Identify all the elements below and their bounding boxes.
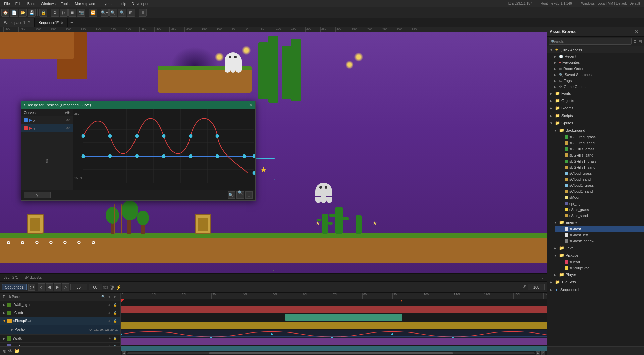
sprite-sheart[interactable]: sHeart — [555, 259, 644, 265]
track-lane-swalk[interactable] — [121, 338, 547, 345]
sprite-sprbg[interactable]: spr_bg — [555, 201, 644, 207]
toolbar-screenshot[interactable]: 📷 — [77, 9, 85, 17]
curve-titlebar[interactable]: sPickupStar: Position (Embedded Curve) ✕ — [21, 101, 255, 109]
track-eye-sclimb[interactable]: 👁 — [106, 310, 112, 316]
toolbar-zoom-in[interactable]: 🔍+ — [101, 9, 109, 17]
fps-display[interactable]: 60 — [89, 284, 102, 290]
folder-pickups[interactable]: ▼ 📁 Pickups — [551, 252, 644, 259]
track-expand-spickupstar[interactable]: ▼ — [3, 319, 6, 323]
sprite-sbghills-sand[interactable]: sBGHills_sand — [555, 152, 644, 158]
tab-workspace1[interactable]: Workspace 1 ✕ — [0, 18, 35, 27]
tl-prev-frame[interactable]: ◀ — [46, 283, 53, 291]
asset-grid-btn[interactable]: ⊞ — [638, 39, 642, 44]
quick-access-game-options[interactable]: ▶ ⚙ Game Options — [547, 84, 644, 90]
toolbar-open[interactable]: 📂 — [19, 9, 27, 17]
tab-sequence1[interactable]: Sequence1* ✕ — [35, 18, 68, 27]
tl-broadcast-btn[interactable]: @ — [109, 284, 114, 290]
menu-file[interactable]: File — [1, 0, 13, 7]
sprite-sghost[interactable]: sGhost — [555, 226, 644, 232]
curve-zoom-out-btn[interactable]: 🔍- — [228, 191, 235, 199]
sprite-sstar-sand[interactable]: sStar_sand — [555, 213, 644, 219]
toolbar-zoom-out[interactable]: 🔍- — [109, 9, 117, 17]
toolbar-zoom-fit[interactable]: 🔍 — [118, 9, 126, 17]
menu-edit[interactable]: Edit — [13, 0, 24, 7]
tl-scroll-right[interactable]: ▶ — [536, 351, 540, 355]
track-toggle-btn[interactable]: 👁 — [8, 348, 13, 354]
curve-channel-x[interactable]: ▶ x 👁 — [21, 116, 73, 124]
track-row-swalk-right[interactable]: ▶ sWalk_right 👁 🔓 — [0, 301, 120, 309]
sprite-sstar-grass[interactable]: sStar_grass — [555, 207, 644, 213]
current-frame-display[interactable]: 93 — [70, 284, 87, 290]
folder-sprites[interactable]: ▼ 📁 Sprites — [547, 119, 644, 127]
asset-browser-close[interactable]: ✕ — [635, 29, 639, 34]
menu-build[interactable]: Build — [24, 0, 38, 7]
sprite-spickupstar[interactable]: sPickupStar — [555, 265, 644, 271]
tl-scroll-expand[interactable]: ⊡ — [541, 351, 545, 355]
quick-access-saved-searches[interactable]: ▶ 🔍 Saved Searches — [547, 72, 644, 78]
channel-y-eye[interactable]: 👁 — [66, 126, 70, 131]
track-nav-left[interactable]: ◀ — [106, 294, 112, 299]
tl-key-btn[interactable]: ⚡ — [116, 284, 121, 290]
toolbar-settings[interactable]: ⚙ — [51, 9, 59, 17]
asset-browser-add[interactable]: + — [639, 29, 641, 34]
sequence-name[interactable]: Sequence1 — [2, 284, 27, 290]
asset-search-input[interactable] — [549, 38, 632, 45]
track-lane-sclimb[interactable] — [285, 314, 402, 321]
tab-workspace1-close[interactable]: ✕ — [28, 20, 30, 24]
menu-layouts[interactable]: Layouts — [98, 0, 116, 7]
sprite-smoon[interactable]: sMoon — [555, 194, 644, 201]
tab-sequence1-close[interactable]: ✕ — [61, 21, 63, 25]
menu-help[interactable]: Help — [116, 0, 129, 7]
tl-next-frame[interactable]: ▶ — [54, 283, 61, 291]
tl-next-key[interactable]: ▷ — [62, 283, 69, 291]
sprite-scloud-grass[interactable]: sCloud_grass — [555, 170, 644, 176]
track-eye-swalk-right[interactable]: 👁 — [106, 302, 112, 308]
track-search-btn[interactable]: 🔍 — [100, 294, 106, 299]
track-nav-right[interactable]: ▶ — [112, 294, 118, 299]
folder-rooms[interactable]: ▶ 📁 Rooms — [547, 104, 644, 112]
channel-x-eye[interactable]: 👁 — [66, 118, 70, 123]
quick-access-room-order[interactable]: ▶ ⊞ Room Order — [547, 65, 644, 72]
sprite-sbghills1-sand[interactable]: sBGHills1_sand — [555, 164, 644, 170]
folder-enemy[interactable]: ▼ 📁 Enemy — [551, 219, 644, 226]
toolbar-display[interactable]: 🖥 — [139, 9, 147, 17]
track-lane-swalk-right[interactable] — [121, 306, 547, 313]
curve-rescale-btn[interactable]: ⇕ — [45, 158, 50, 165]
quick-access-recent[interactable]: ▶ 🕐 Recent — [547, 53, 644, 59]
asset-filter-btn[interactable]: ⚙ — [633, 39, 637, 44]
sprite-sghost-left[interactable]: sGhost_left — [555, 232, 644, 238]
track-row-position[interactable]: ▶ Position XY 221.29, 225.29 px — [0, 325, 120, 335]
sprite-scloud1-grass[interactable]: sCloud1_grass — [555, 182, 644, 188]
sprite-sbggrad-grass[interactable]: sBGGrad_grass — [555, 134, 644, 140]
toolbar-save[interactable]: 💾 — [28, 9, 36, 17]
sprite-sghostshadow[interactable]: sGhostShadow — [555, 238, 644, 244]
menu-developer[interactable]: Developer — [129, 0, 151, 7]
tab-add-button[interactable]: + — [68, 18, 76, 27]
pickup-star-selected[interactable]: ★ — [260, 165, 267, 174]
end-frame-display[interactable]: 180 — [528, 284, 545, 290]
toolbar-home[interactable]: 🏠 — [1, 9, 9, 17]
curve-zoom-in-btn[interactable]: 🔍+ — [236, 191, 244, 199]
track-folder-btn[interactable]: 📁 — [14, 348, 20, 354]
asset-section-quick-access[interactable]: ▼ ★ Quick Access ▶ 🕐 Recent ▶ ♥ Favourit… — [547, 46, 644, 90]
sprite-sbghills1-grass[interactable]: sBGHills1_grass — [555, 158, 644, 164]
folder-background[interactable]: ▼ 📁 Background — [551, 127, 644, 134]
track-expand-swalk-right[interactable]: ▶ — [3, 303, 5, 307]
toolbar-refresh[interactable]: 🔁 — [89, 9, 97, 17]
track-add-btn[interactable]: ⊕ — [3, 348, 7, 354]
track-lock-sclimb[interactable]: 🔓 — [112, 310, 118, 316]
quick-access-header[interactable]: ▼ ★ Quick Access — [547, 46, 644, 53]
track-expand-swalk[interactable]: ▶ — [3, 337, 5, 340]
menu-marketplace[interactable]: Marketplace — [72, 0, 98, 7]
sprite-sbghills-grass[interactable]: sBGHills_grass — [555, 146, 644, 152]
tl-loop-btn[interactable]: ↺ — [522, 284, 526, 290]
toolbar-stop[interactable]: ⏹ — [68, 9, 76, 17]
sprite-scloud1-sand[interactable]: sCloud1_sand — [555, 188, 644, 194]
folder-sequence1[interactable]: ▶ ⏵ Sequence1 — [547, 286, 644, 293]
curve-close-button[interactable]: ✕ — [249, 102, 253, 108]
toolbar-grid[interactable]: ⊞ — [127, 9, 135, 17]
toolbar-lock[interactable]: 🔒 — [39, 9, 47, 17]
curve-label-input[interactable]: y — [24, 192, 51, 198]
track-lock-swalk[interactable]: 🔓 — [112, 336, 118, 341]
track-lock-swalk-right[interactable]: 🔓 — [112, 302, 118, 308]
